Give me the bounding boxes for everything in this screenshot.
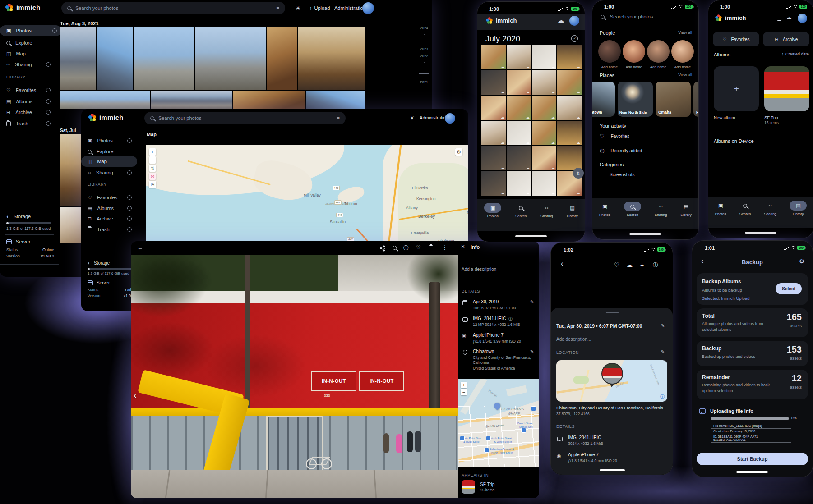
sidebar-item-albums[interactable]: ▤Albums: [6, 96, 55, 107]
photo-tile[interactable]: [507, 146, 531, 170]
location-map[interactable]: The Em San Francisco Ferry ⓘ: [556, 360, 667, 402]
photo-tile[interactable]: [532, 171, 556, 196]
nav-photos[interactable]: ▣Photos: [599, 202, 610, 217]
upload-button[interactable]: ↑ Upload: [309, 5, 330, 11]
cloud-sync-icon[interactable]: ☁: [786, 14, 792, 21]
photo-thumbnail[interactable]: [60, 134, 81, 206]
app-logo[interactable]: immich: [5, 4, 41, 11]
back-icon[interactable]: ←: [137, 244, 143, 251]
search-field[interactable]: Search your photos: [601, 14, 653, 19]
home-indicator[interactable]: [736, 471, 768, 473]
share-icon[interactable]: [380, 246, 385, 251]
home-indicator[interactable]: [515, 235, 547, 237]
photo-thumbnail[interactable]: [233, 91, 305, 109]
photo-tile[interactable]: [507, 121, 531, 145]
info-icon[interactable]: ⓘ: [653, 261, 658, 269]
sidebar-item-sharing[interactable]: ◦◦Sharing: [6, 59, 55, 70]
new-album-card[interactable]: +: [714, 66, 759, 111]
delete-icon[interactable]: [429, 245, 433, 250]
face-item[interactable]: Add name: [598, 40, 621, 69]
nav-sharing[interactable]: ◦◦Sharing: [764, 201, 776, 216]
map-zoom-out-button[interactable]: −: [461, 389, 467, 395]
photo-thumbnail[interactable]: [151, 91, 232, 109]
location-map[interactable]: + − Pier 45 FISHERMAN'S WHARF Beach Stre…: [458, 379, 539, 467]
settings-gear-icon[interactable]: ⚙: [799, 258, 804, 265]
search-input[interactable]: Search your photos ≡: [61, 2, 285, 14]
cloud-sync-icon[interactable]: ☁: [558, 17, 564, 24]
photo-thumbnail[interactable]: [306, 91, 365, 109]
sidebar-item-map[interactable]: ◫Map: [6, 48, 26, 59]
user-avatar[interactable]: [362, 2, 374, 14]
sort-control[interactable]: ↑ Created date: [781, 52, 809, 56]
sidebar-item-trash[interactable]: Trash: [88, 224, 136, 235]
sidebar-item-trash[interactable]: Trash: [6, 118, 55, 129]
home-indicator[interactable]: [745, 232, 776, 234]
timeline-scrubber[interactable]: 2024 2023 2022 2021: [419, 25, 431, 93]
edit-date-icon[interactable]: ✎: [661, 323, 665, 328]
nav-search[interactable]: Search: [739, 201, 751, 216]
map-hide-markers-button[interactable]: ⊘: [149, 173, 156, 180]
photo-tile[interactable]: [532, 70, 556, 95]
back-icon[interactable]: ‹: [561, 260, 563, 268]
cloud-icon[interactable]: ☁: [627, 261, 633, 268]
home-indicator[interactable]: [629, 233, 661, 235]
trash-icon[interactable]: [777, 16, 781, 21]
place-card[interactable]: Pi: [693, 82, 699, 117]
map-settings-button[interactable]: ⚙: [455, 148, 462, 156]
user-avatar[interactable]: [445, 113, 455, 124]
photo-thumbnail[interactable]: [267, 27, 297, 90]
face-item[interactable]: Add name: [647, 40, 670, 69]
sidebar-item-explore[interactable]: Explore: [88, 146, 113, 157]
map-attribution-icon[interactable]: ⓘ: [660, 394, 665, 400]
close-icon[interactable]: ×: [461, 243, 465, 250]
sidebar-item-photos[interactable]: ▣Photos: [0, 25, 61, 36]
photo-tile[interactable]: [557, 146, 582, 170]
photo-tile[interactable]: [481, 70, 506, 95]
theme-toggle-icon[interactable]: ☀: [296, 5, 301, 12]
recently-added-row[interactable]: ◷ Recently added: [600, 147, 642, 154]
start-backup-button[interactable]: Start Backup: [697, 453, 808, 465]
face-item[interactable]: Add name: [671, 40, 694, 69]
photo-thumbnail[interactable]: [60, 207, 81, 243]
user-avatar[interactable]: [569, 16, 579, 26]
map-zoom-out-button[interactable]: −: [149, 156, 156, 164]
map-zoom-in-button[interactable]: +: [461, 382, 467, 388]
place-card[interactable]: Chinatown: [592, 82, 615, 117]
sheet-drag-handle[interactable]: [606, 312, 619, 313]
nav-search[interactable]: Search: [624, 202, 641, 217]
photo-thumbnail[interactable]: [60, 27, 96, 90]
album-row[interactable]: SF Trip 15 items: [462, 480, 494, 494]
nav-sharing[interactable]: ◦◦Sharing: [655, 202, 667, 217]
edit-location-icon[interactable]: ✎: [661, 349, 665, 354]
photo-tile[interactable]: [481, 146, 506, 170]
photo-thumbnail[interactable]: [195, 27, 266, 90]
filter-icon[interactable]: ≡: [277, 5, 279, 11]
app-logo[interactable]: immich: [88, 114, 124, 121]
people-view-all[interactable]: View all: [678, 30, 692, 35]
sidebar-item-archive[interactable]: ⊟Archive: [88, 213, 136, 224]
nav-search[interactable]: Search: [515, 203, 527, 218]
theme-toggle-icon[interactable]: ☀: [410, 115, 415, 121]
sidebar-item-photos[interactable]: ▣Photos: [88, 135, 136, 146]
sidebar-item-favorites[interactable]: ♡Favorites: [88, 192, 136, 203]
photo-tile[interactable]: [507, 171, 531, 196]
add-description-field[interactable]: Add description...: [556, 337, 591, 342]
photo-tile[interactable]: [481, 171, 506, 196]
album-card-sftrip[interactable]: [764, 66, 809, 111]
photo-tile[interactable]: [557, 96, 582, 120]
sidebar-item-archive[interactable]: ⊟Archive: [6, 107, 55, 118]
edit-date-icon[interactable]: ✎: [530, 299, 534, 304]
filter-icon[interactable]: ≡: [337, 115, 340, 121]
photo-tile[interactable]: [557, 45, 582, 69]
favorite-icon[interactable]: ♡: [614, 261, 619, 268]
places-view-all[interactable]: View all: [678, 73, 692, 77]
photo-tile[interactable]: [507, 45, 531, 69]
edit-location-icon[interactable]: ✎: [530, 349, 534, 354]
nav-sharing[interactable]: ◦◦Sharing: [540, 203, 553, 218]
sidebar-item-sharing[interactable]: ◦◦Sharing: [88, 167, 136, 178]
select-all-icon[interactable]: ✓: [571, 35, 578, 42]
map-zoom-in-button[interactable]: +: [149, 148, 156, 156]
nav-photos[interactable]: ▣Photos: [484, 203, 501, 218]
place-card[interactable]: Near North Side: [618, 82, 653, 117]
sidebar-item-favorites[interactable]: ♡Favorites: [6, 85, 55, 96]
